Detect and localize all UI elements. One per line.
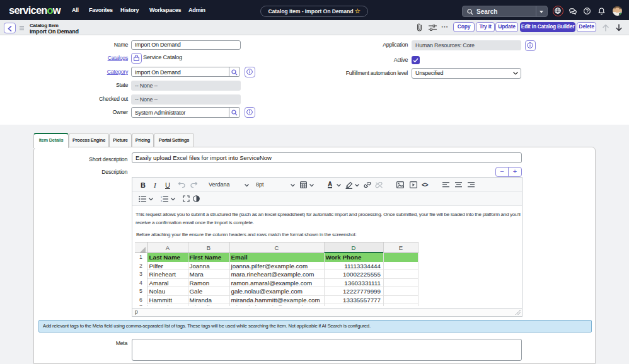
svg-text:1: 1 — [161, 196, 162, 198]
svg-text:2: 2 — [161, 200, 162, 202]
